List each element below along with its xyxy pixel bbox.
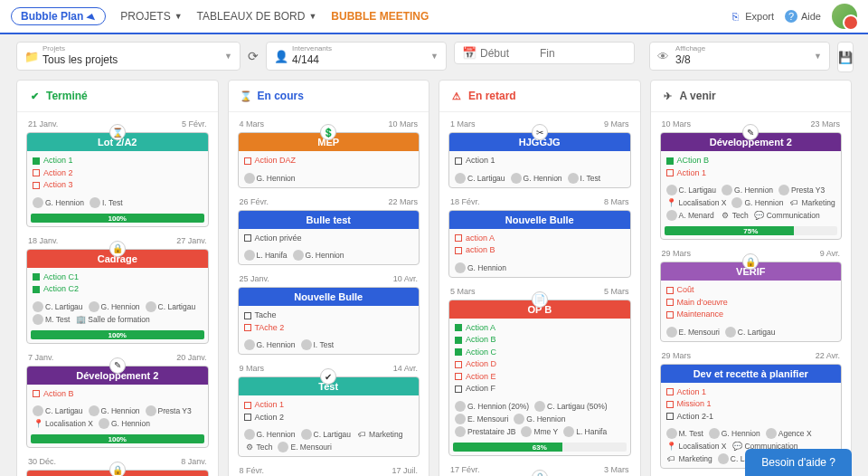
task-card[interactable]: 🔒CadrageAction C1Action C2C. LartigauG. … [26, 249, 209, 344]
avatar-icon [244, 250, 255, 261]
resource: 📍Localisation X [666, 441, 727, 452]
avatar-icon [301, 429, 312, 440]
card-title: Dev et recette à planifier [661, 365, 842, 383]
action-item: Action E [455, 371, 625, 384]
card-actions: CoûtMain d'oeuvreMaintenance [661, 281, 842, 325]
calendar-icon: 📅 [462, 46, 475, 60]
avatar-icon [293, 250, 304, 261]
checkbox-icon [455, 386, 462, 393]
assignee: G. Hennion [99, 418, 150, 429]
resource-icon: 🏷 [666, 453, 677, 464]
progress-bar: 63% [453, 443, 627, 452]
avatar-icon [278, 442, 288, 452]
assignee: C. Lartigau [33, 405, 83, 416]
avatar-icon [718, 453, 729, 464]
nav-dashboards[interactable]: TABLEAUX DE BORD▼ [197, 10, 317, 23]
assignee: G. Hennion (20%) [455, 401, 529, 412]
card-actions: Action 1Action 2Action 3 [27, 151, 208, 195]
card-actions: ACtion BAction 1 [661, 151, 842, 183]
save-button[interactable]: 💾 [837, 42, 854, 72]
assignee: C. Lartigau [455, 173, 505, 184]
card-people: G. Hennion [239, 171, 420, 187]
assignee: L. Hanifa [563, 426, 607, 437]
checkbox-icon [455, 361, 462, 368]
task-card[interactable]: 🔒CadrageAction C1Action C2C. LartigauG. … [26, 470, 209, 476]
task-card[interactable]: ✎Développement 2Action BC. LartigauG. He… [26, 366, 209, 449]
checkbox-icon [455, 337, 462, 344]
task-card[interactable]: 🔒VERIFCoûtMain d'oeuvreMaintenanceE. Men… [660, 262, 843, 342]
assignee: G. Hennion [33, 197, 84, 208]
status-icon: ⌛ [240, 90, 252, 102]
card-actions: Action DAZ [239, 151, 420, 171]
card-title: Bulle test [239, 211, 420, 229]
refresh-button[interactable]: ⟳ [248, 42, 259, 71]
card-people: C. LartigauG. HennionPresta Y3📍Localisat… [27, 404, 208, 433]
resource-icon: 📍 [33, 418, 43, 429]
task-card[interactable]: 📄OP BAction AAction BAction CAction DAct… [448, 300, 631, 456]
task-card[interactable]: ✔TestAction 1Action 2G. HennionC. Lartig… [238, 376, 420, 457]
task-card[interactable]: ⌛Lot 2/A2Action 1Action 2Action 3G. Henn… [26, 132, 209, 227]
action-item: action B [455, 244, 625, 257]
avatar-icon [563, 426, 574, 437]
avatar-icon [455, 173, 466, 184]
progress-bar: 100% [31, 214, 204, 223]
action-item: Action C1 [33, 271, 203, 284]
card-actions: Action C1Action C2 [27, 268, 208, 300]
card-badge-icon: ✔ [320, 368, 336, 385]
assignee: G. Hennion [511, 173, 562, 184]
filter-display[interactable]: 👁 Affichage 3/8 ▼ [649, 42, 830, 71]
action-item: Action DAZ [244, 155, 414, 167]
kanban-board: ✔Terminé21 Janv.5 Févr.⌛Lot 2/A2Action 1… [0, 80, 868, 476]
task-card[interactable]: Nouvelle Bulleaction Aaction BG. Hennion [448, 210, 631, 278]
filter-people[interactable]: 👤 Intervenants 4/144 ▼ [266, 42, 447, 71]
resource: 🏷Marketing [788, 197, 835, 208]
nav-projects[interactable]: PROJETS▼ [120, 10, 182, 23]
card-actions: Action privée [239, 229, 420, 249]
action-item: action A [455, 233, 625, 245]
card-actions: Action 1Action 2 [239, 395, 420, 427]
date-end-input[interactable] [540, 47, 594, 60]
column-header: ✈A venir [651, 81, 852, 112]
task-card[interactable]: ✂HJGGJGAction 1C. LartigauG. HennionI. T… [448, 132, 631, 188]
assignee: C. Lartigau [301, 429, 352, 440]
action-item: Action C2 [33, 283, 203, 296]
filter-projects[interactable]: 📁 Projets Tous les projets ▼ [16, 42, 241, 71]
filter-dates[interactable]: 📅 [454, 42, 635, 64]
avatar-icon [33, 405, 43, 416]
export-button[interactable]: ⎘Export [729, 10, 774, 23]
checkbox-icon [244, 324, 251, 331]
help-button[interactable]: ?Aide [785, 10, 821, 23]
checkbox-icon [455, 348, 462, 356]
action-item: Action 2 [244, 412, 414, 424]
task-card[interactable]: Bulle testAction privéeL. HanifaG. Henni… [238, 210, 420, 266]
nav-meeting[interactable]: BUBBLE MEETING [331, 10, 429, 23]
action-item: Action 1 [244, 399, 414, 412]
assignee: Mme Y [521, 426, 558, 437]
assignee: Agence X [766, 428, 812, 439]
column-done: ✔Terminé21 Janv.5 Févr.⌛Lot 2/A2Action 1… [16, 80, 219, 476]
date-start-input[interactable] [480, 47, 534, 60]
action-item: TAche 2 [244, 322, 414, 335]
task-card[interactable]: 💲MEPAction DAZG. Hennion [238, 132, 420, 188]
help-bubble[interactable]: Besoin d'aide ? [745, 449, 852, 476]
resource-icon: ⚙ [720, 210, 731, 221]
avatar-icon [521, 426, 532, 437]
column-late: ⚠En retard1 Mars9 Mars✂HJGGJGAction 1C. … [439, 80, 641, 476]
column-header: ✔Terminé [17, 81, 218, 112]
avatar-icon [33, 301, 43, 312]
assignee: G. Hennion [89, 405, 140, 416]
assignee: G. Hennion [89, 301, 140, 312]
checkbox-icon [244, 157, 251, 165]
resource-icon: 📍 [666, 441, 677, 452]
action-item: Mission 1 [666, 398, 836, 411]
avatar-icon [90, 197, 100, 208]
task-card[interactable]: Nouvelle BulleTacheTAche 2G. HennionI. T… [238, 287, 420, 355]
user-avatar[interactable] [832, 4, 857, 29]
column-body: 4 Mars10 Mars💲MEPAction DAZG. Hennion26 … [229, 112, 429, 476]
action-item: Action F [455, 383, 625, 395]
task-card[interactable]: ✎Développement 2ACtion BAction 1C. Larti… [660, 132, 843, 240]
card-badge-icon: 🔒 [742, 253, 759, 270]
action-item: Action B [33, 388, 203, 401]
card-people: G. HennionC. Lartigau🏷Marketing⚙TechE. M… [239, 427, 420, 456]
logo[interactable]: Bubble Plan [11, 7, 106, 25]
